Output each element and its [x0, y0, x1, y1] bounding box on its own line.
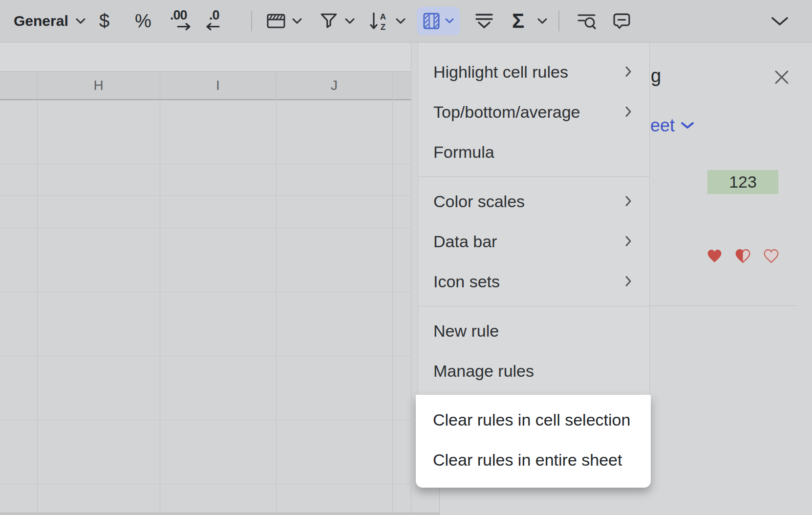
spreadsheet-grid[interactable] [0, 100, 411, 512]
grid-column-line [392, 71, 393, 512]
conditional-formatting-button[interactable] [417, 7, 460, 35]
arrow-right-icon [177, 23, 192, 30]
chevron-right-icon [625, 63, 632, 82]
arrow-left-icon [205, 23, 220, 30]
column-header-i[interactable]: I [160, 72, 276, 99]
dropdown-list-button[interactable] [474, 0, 494, 42]
increase-decimal-button[interactable]: .00 [170, 8, 197, 34]
filter-icon [320, 12, 338, 30]
menu-item-label: Highlight cell rules [433, 63, 568, 82]
cell-style-button[interactable] [267, 0, 285, 42]
range-label-fragment: eet [650, 115, 675, 136]
icon-set-preview[interactable] [706, 249, 779, 264]
menu-item-formula[interactable]: Formula [418, 132, 649, 172]
decrease-decimal-icon: .0 [209, 8, 219, 23]
chevron-down-icon [445, 17, 454, 25]
column-header-h[interactable]: H [37, 72, 160, 99]
panel-title-fragment: g [651, 65, 661, 86]
number-format-label: General [14, 13, 68, 29]
sum-icon: Σ [512, 9, 524, 33]
toolbar: General $ % .00 .0 [0, 0, 812, 43]
close-icon [774, 69, 790, 85]
grid-column-line [37, 71, 38, 512]
chevron-down-icon[interactable] [396, 0, 406, 42]
menu-item-manage-rules[interactable]: Manage rules [418, 351, 649, 391]
sum-button[interactable]: Σ [512, 0, 524, 42]
menu-highlighted-section: Clear rules in cell selection Clear rule… [416, 395, 651, 488]
sort-az-icon: A Z [369, 11, 390, 31]
chevron-down-icon[interactable] [345, 0, 355, 42]
spreadsheet-app: General $ % .00 .0 [0, 0, 812, 515]
heart-empty-icon [763, 249, 779, 264]
menu-item-label: Data bar [433, 232, 497, 251]
chevron-down-icon[interactable] [292, 0, 302, 42]
formula-bar[interactable] [0, 42, 439, 71]
menu-item-icon-sets[interactable]: Icon sets [418, 261, 649, 301]
heart-half-icon [735, 249, 751, 264]
format-preview-cell[interactable]: 123 [707, 170, 778, 194]
menu-divider [418, 176, 649, 177]
search-list-button[interactable] [577, 0, 597, 42]
dollar-icon: $ [99, 11, 109, 32]
column-header-j[interactable]: J [276, 72, 392, 99]
menu-item-label: Icon sets [433, 272, 500, 291]
svg-text:Z: Z [381, 22, 385, 31]
search-list-icon [577, 12, 597, 30]
menu-item-top-bottom-average[interactable]: Top/bottom/average [418, 92, 649, 132]
decrease-decimal-button[interactable]: .0 [205, 8, 233, 34]
panel-close-button[interactable] [772, 67, 791, 87]
currency-format-button[interactable]: $ [99, 0, 109, 42]
collapse-toolbar-button[interactable] [771, 0, 789, 42]
filter-button[interactable] [320, 0, 338, 42]
chevron-down-icon [76, 18, 85, 24]
menu-item-new-rule[interactable]: New rule [418, 311, 649, 351]
menu-divider [418, 306, 649, 306]
grid-bottom-edge [0, 512, 439, 515]
grid-column-line [160, 71, 160, 512]
menu-item-clear-rules-in-entire-sheet[interactable]: Clear rules in entire sheet [416, 440, 651, 480]
chevron-down-icon [681, 122, 694, 129]
menu-item-label: Color scales [433, 192, 525, 211]
toolbar-divider [251, 11, 252, 31]
increase-decimal-icon: .00 [170, 8, 187, 23]
menu-item-clear-rules-in-cell-selection[interactable]: Clear rules in cell selection [416, 400, 651, 440]
chevron-down-icon[interactable] [537, 0, 547, 42]
conditional-formatting-menu: Highlight cell rules Top/bottom/average … [418, 42, 650, 395]
menu-item-label: Formula [433, 143, 494, 162]
apply-range-selector[interactable]: eet [650, 115, 694, 136]
menu-item-label: Manage rules [433, 362, 534, 381]
chevron-right-icon [625, 192, 632, 211]
percent-icon: % [135, 11, 151, 32]
svg-text:A: A [380, 12, 386, 21]
comment-icon [613, 12, 631, 30]
chevron-right-icon [625, 103, 632, 122]
toolbar-divider [558, 11, 559, 31]
chevron-right-icon [625, 272, 632, 291]
cell-style-icon [267, 13, 285, 29]
conditional-formatting-icon [423, 12, 440, 30]
percent-format-button[interactable]: % [135, 0, 151, 42]
grid-column-line [276, 71, 277, 512]
column-header-row: H I J [0, 71, 439, 100]
number-format-dropdown[interactable]: General [14, 0, 85, 42]
dropdown-list-icon [474, 12, 494, 30]
menu-item-label: New rule [433, 322, 499, 341]
sort-button[interactable]: A Z [369, 0, 390, 42]
menu-item-color-scales[interactable]: Color scales [418, 181, 649, 221]
menu-item-highlight-cell-rules[interactable]: Highlight cell rules [418, 52, 649, 92]
chevron-down-icon [771, 17, 789, 26]
heart-full-icon [706, 249, 723, 264]
menu-item-data-bar[interactable]: Data bar [418, 221, 649, 261]
chevron-right-icon [625, 232, 632, 251]
panel-divider [650, 305, 797, 306]
menu-item-label: Clear rules in entire sheet [433, 451, 622, 470]
menu-item-label: Top/bottom/average [433, 103, 580, 122]
comment-button[interactable] [613, 0, 631, 42]
menu-item-label: Clear rules in cell selection [433, 410, 630, 429]
